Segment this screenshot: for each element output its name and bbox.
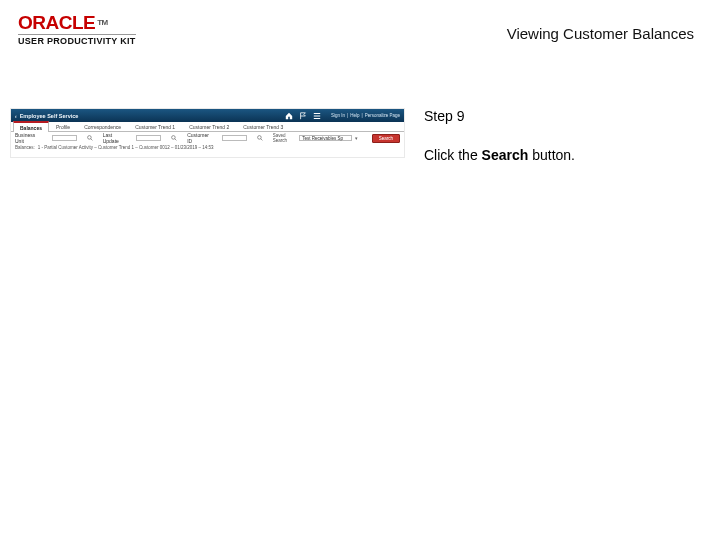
svg-line-3: [175, 139, 177, 141]
saved-search-value: Test Receivables Sp: [300, 136, 343, 141]
tab-profile[interactable]: Profile: [49, 121, 77, 131]
meta-value: 1 - Partial Customer Activity – Customer…: [38, 145, 214, 150]
input-business-unit[interactable]: [52, 135, 77, 141]
meta-prefix: Balances:: [15, 145, 35, 150]
brand-name: ORACLE: [18, 12, 95, 33]
app-screenshot: ‹ Employee Self Service Sign In | Help |…: [10, 108, 405, 158]
search-icon[interactable]: [87, 135, 93, 142]
search-icon[interactable]: [171, 135, 177, 142]
instruction-suffix: button.: [528, 147, 575, 163]
instruction-panel: Step 9 Click the Search button.: [424, 108, 694, 165]
back-chevron-icon[interactable]: ‹: [15, 113, 17, 119]
search-button[interactable]: Search: [372, 134, 400, 143]
tab-correspondence[interactable]: Correspondence: [77, 121, 128, 131]
saved-search-label: Saved Search: [273, 133, 298, 143]
result-meta-row: Balances: 1 - Partial Customer Activity …: [11, 144, 404, 151]
instruction-button-name: Search: [482, 147, 529, 163]
chevron-down-icon[interactable]: ▾: [354, 135, 359, 141]
flag-icon[interactable]: [299, 112, 307, 120]
home-icon[interactable]: [285, 112, 293, 120]
svg-line-1: [90, 139, 92, 141]
label-customer-id: Customer ID: [187, 132, 212, 144]
util-sep: |: [362, 113, 363, 118]
util-sep: |: [347, 113, 348, 118]
header-icon-row: [285, 112, 321, 120]
tab-balances[interactable]: Balances: [13, 121, 49, 132]
step-label: Step 9: [424, 108, 694, 124]
filter-row: Business Unit Last Update Customer ID Sa…: [11, 132, 404, 144]
menu-icon[interactable]: [313, 112, 321, 120]
tab-customer-trend-2[interactable]: Customer Trend 2: [182, 121, 236, 131]
saved-search-select[interactable]: Test Receivables Sp: [299, 135, 351, 141]
brand-tm: TM: [97, 18, 108, 27]
search-icon[interactable]: [257, 135, 263, 142]
saved-search-group: Saved Search Test Receivables Sp ▾: [273, 133, 359, 143]
instruction-prefix: Click the: [424, 147, 482, 163]
svg-point-0: [87, 136, 91, 140]
input-customer-id[interactable]: [222, 135, 247, 141]
brand-block: ORACLETM USER PRODUCTIVITY KIT: [18, 14, 136, 46]
training-slide: ORACLETM USER PRODUCTIVITY KIT Viewing C…: [0, 0, 720, 540]
util-help[interactable]: Help: [350, 113, 359, 118]
header-util-links: Sign In | Help | Personalize Page: [331, 113, 400, 118]
label-last-update: Last Update: [103, 132, 127, 144]
page-title: Viewing Customer Balances: [507, 25, 694, 42]
input-last-update[interactable]: [136, 135, 161, 141]
svg-line-5: [260, 139, 262, 141]
util-personalize[interactable]: Personalize Page: [365, 113, 400, 118]
brand-subtitle: USER PRODUCTIVITY KIT: [18, 36, 136, 46]
brand-divider: [18, 34, 136, 35]
app-header-title: Employee Self Service: [20, 113, 285, 119]
tab-row: Balances Profile Correspondence Customer…: [11, 122, 404, 132]
label-business-unit: Business Unit: [15, 132, 42, 144]
instruction-text: Click the Search button.: [424, 146, 694, 165]
brand-logo: ORACLETM: [18, 14, 136, 32]
tab-customer-trend-3[interactable]: Customer Trend 3: [236, 121, 290, 131]
svg-point-4: [257, 136, 261, 140]
tab-customer-trend-1[interactable]: Customer Trend 1: [128, 121, 182, 131]
svg-point-2: [172, 136, 176, 140]
util-signin[interactable]: Sign In: [331, 113, 345, 118]
